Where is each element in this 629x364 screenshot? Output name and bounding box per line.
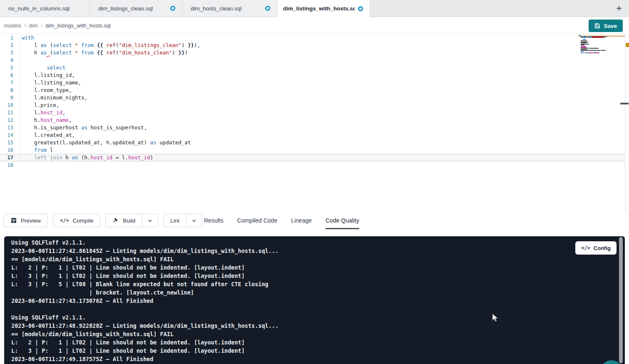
line-number: 12 — [0, 116, 18, 124]
breadcrumb-item[interactable]: dim — [29, 22, 38, 29]
build-button[interactable]: Build — [105, 214, 142, 227]
tab-compiled-code[interactable]: Compiled Code — [237, 212, 278, 229]
terminal-line: == [models/dim/dim_listings_with_hosts.s… — [11, 330, 625, 338]
code-text: h.host_name, — [18, 116, 72, 124]
minimap — [579, 35, 608, 54]
code-line[interactable]: 8 l.room_type, — [0, 87, 625, 94]
terminal-scrollbar[interactable] — [619, 237, 623, 363]
code-line[interactable]: 10 l.price, — [0, 102, 625, 109]
editor-tab[interactable]: no_nulls_in_columns.sql — [0, 0, 90, 17]
breadcrumb-bar: models›dim›dim_listings_with_hosts.sql S… — [0, 17, 629, 34]
code-icon: </> — [60, 218, 69, 223]
code-line[interactable]: 9 l.minimum_nights, — [0, 94, 625, 102]
terminal-line: L: 3 | P: 1 | LT02 | Line should not be … — [11, 272, 625, 280]
code-line[interactable]: 6 l.listing_id, — [0, 72, 625, 79]
code-text: l.room_type, — [18, 87, 72, 94]
code-line[interactable]: 12 h.host_name, — [0, 116, 625, 124]
line-number: 3 — [0, 49, 18, 57]
code-text: select — [18, 64, 65, 72]
terminal-line: 2023-06-06T11:27:43.173076Z — All Finish… — [11, 297, 625, 305]
config-button[interactable]: </> Config — [575, 241, 617, 255]
line-number: 8 — [0, 87, 18, 94]
code-line[interactable]: 2 l as (select * from {{ ref("dim_listin… — [0, 42, 625, 49]
unsaved-changes-icon[interactable] — [265, 6, 270, 11]
line-number: 17 — [0, 154, 18, 161]
code-lines: 1with2 l as (select * from {{ ref("dim_l… — [0, 34, 625, 169]
code-line[interactable]: 3 h as (select * from {{ ref("dim_hosts_… — [0, 49, 625, 57]
breadcrumb-separator: › — [24, 22, 26, 29]
code-line[interactable]: 17 left join h on (h.host_id = l.host_id… — [0, 154, 625, 161]
code-text: l.listing_id, — [18, 72, 75, 79]
terminal-output-panel[interactable]: Using SQLFluff v2.1.1.2023-06-06T11:27:4… — [4, 236, 625, 364]
line-number: 10 — [0, 102, 18, 109]
terminal-line — [11, 305, 625, 313]
line-number: 18 — [0, 161, 18, 169]
editor-tab-bar: no_nulls_in_columns.sqldim_listings_clea… — [0, 0, 629, 17]
new-tab-button[interactable]: + — [612, 2, 626, 15]
gutter-border — [20, 34, 20, 161]
code-line[interactable]: 5 select — [0, 64, 625, 72]
file-tabs: no_nulls_in_columns.sqldim_listings_clea… — [0, 0, 370, 17]
code-line[interactable]: 13 h.is_superhost as host_is_superhost, — [0, 124, 625, 131]
editor-scroll-track — [625, 34, 625, 212]
editor-tab[interactable]: dim_hosts_clean.sql — [182, 0, 277, 17]
build-options-button[interactable] — [142, 214, 158, 227]
tab-label: dim_listings_clean.sql — [98, 5, 153, 12]
preview-label: Preview — [21, 218, 41, 224]
code-text: l.listing_name, — [18, 79, 81, 87]
code-line[interactable]: 16 from l — [0, 146, 625, 154]
tab-lineage[interactable]: Lineage — [291, 212, 312, 229]
terminal-line: 2023-06-06T11:27:49.187575Z — All Finish… — [11, 355, 625, 363]
code-text: from l — [18, 146, 53, 154]
table-icon — [10, 217, 17, 224]
line-number: 9 — [0, 94, 18, 102]
save-icon — [594, 23, 600, 29]
terminal-line: Using SQLFluff v2.1.1. — [11, 313, 625, 322]
code-text: with — [18, 34, 34, 42]
code-text: l.minimum_nights, — [18, 94, 87, 102]
code-icon: </> — [581, 245, 590, 251]
code-editor[interactable]: 1with2 l as (select * from {{ ref("dim_l… — [0, 34, 629, 212]
save-button[interactable]: Save — [589, 20, 623, 32]
code-line[interactable]: 14 l.created_at, — [0, 131, 625, 139]
breadcrumb-item[interactable]: models — [4, 22, 21, 29]
build-label: Build — [123, 218, 135, 224]
terminal-line: L: 2 | P: 1 | LT02 | Line should not be … — [11, 263, 625, 272]
code-line[interactable]: 1with — [0, 34, 625, 42]
code-line[interactable]: 11 l.host_id, — [0, 109, 625, 116]
code-line[interactable]: 15 greatest(l.updated_at, h.updated_at) … — [0, 139, 625, 146]
lint-button[interactable]: Lint — [163, 214, 186, 227]
compile-button[interactable]: </> Compile — [53, 214, 100, 227]
editor-scrollbar-thumb[interactable] — [620, 103, 629, 104]
line-number: 13 — [0, 124, 18, 131]
tab-label: no_nulls_in_columns.sql — [8, 5, 70, 12]
code-line[interactable]: 4 — [0, 57, 625, 64]
terminal-line: | bracket. [layout.cte_newline] — [11, 288, 625, 297]
chevron-down-icon — [191, 218, 197, 223]
editor-tab[interactable]: dim_listings_with_hosts.sql — [277, 0, 370, 17]
compile-label: Compile — [73, 218, 94, 224]
code-text: l.host_id, — [18, 109, 65, 116]
terminal-line: Using SQLFluff v2.1.1. — [11, 238, 625, 247]
unsaved-changes-icon[interactable] — [170, 6, 175, 11]
line-number: 5 — [0, 64, 18, 72]
line-number: 7 — [0, 79, 18, 87]
breadcrumb-item[interactable]: dim_listings_with_hosts.sql — [45, 22, 111, 29]
code-line[interactable]: 7 l.listing_name, — [0, 79, 625, 87]
save-button-label: Save — [604, 23, 617, 29]
editor-tab[interactable]: dim_listings_clean.sql — [90, 0, 182, 17]
lint-label: Lint — [170, 218, 179, 224]
preview-button[interactable]: Preview — [3, 214, 48, 227]
line-number: 14 — [0, 131, 18, 139]
tab-results[interactable]: Results — [204, 212, 224, 229]
code-text: h.is_superhost as host_is_superhost, — [18, 124, 147, 131]
tab-code-quality[interactable]: Code Quality — [326, 212, 359, 229]
code-text — [18, 57, 22, 64]
terminal-line: == [models/dim/dim_listings_with_hosts.s… — [11, 255, 625, 263]
lint-options-button[interactable] — [186, 214, 202, 227]
terminal-log: Using SQLFluff v2.1.1.2023-06-06T11:27:4… — [4, 236, 625, 363]
breadcrumb: models›dim›dim_listings_with_hosts.sql — [4, 22, 111, 29]
code-line[interactable]: 18 — [0, 161, 625, 169]
breadcrumb-separator: › — [41, 22, 43, 29]
unsaved-changes-icon[interactable] — [358, 6, 363, 11]
